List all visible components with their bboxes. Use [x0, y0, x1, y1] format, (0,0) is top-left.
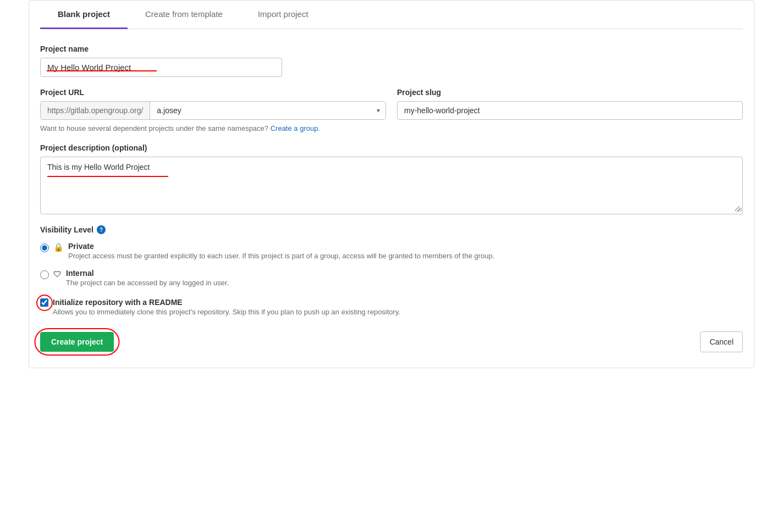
visibility-private-radio[interactable] — [40, 243, 49, 252]
namespace-helper-text: Want to house several dependent projects… — [40, 124, 268, 132]
init-repo-label: Initialize repository with a README — [53, 298, 400, 307]
project-url-input-group: https://gitlab.opengroup.org/ a.josey ▾ — [40, 101, 386, 120]
tab-create-from-template[interactable]: Create from template — [128, 1, 240, 29]
shield-icon: 🛡 — [53, 269, 62, 279]
project-name-label: Project name — [40, 45, 743, 53]
visibility-label-row: Visibility Level ? — [40, 225, 743, 234]
init-repo-desc: Allows you to immediately clone this pro… — [53, 308, 400, 316]
url-prefix: https://gitlab.opengroup.org/ — [41, 102, 150, 119]
project-description-label: Project description (optional) — [40, 143, 743, 152]
project-name-section: Project name — [40, 45, 743, 77]
visibility-private-option: 🔒 Private Project access must be granted… — [40, 242, 743, 260]
project-slug-input[interactable] — [397, 101, 743, 120]
project-name-container — [40, 58, 282, 77]
visibility-private-desc: Project access must be granted explicitl… — [68, 252, 494, 260]
create-btn-wrapper: Create project — [40, 332, 114, 352]
visibility-help-icon[interactable]: ? — [97, 225, 106, 234]
init-repo-checkbox-wrapper — [40, 298, 48, 307]
visibility-private-label: Private — [68, 242, 494, 251]
lock-icon: 🔒 — [53, 242, 64, 252]
init-repo-checkbox[interactable] — [40, 298, 48, 307]
description-textarea-container: This is my Hello World Project — [40, 157, 743, 214]
visibility-internal-radio[interactable] — [40, 270, 49, 279]
visibility-internal-option: 🛡 Internal The project can be accessed b… — [40, 269, 743, 287]
namespace-select-wrapper: a.josey ▾ — [150, 102, 385, 119]
visibility-internal-content: Internal The project can be accessed by … — [66, 269, 229, 287]
visibility-internal-desc: The project can be accessed by any logge… — [66, 279, 229, 287]
tab-import-project[interactable]: Import project — [240, 1, 326, 29]
project-url-label: Project URL — [40, 88, 386, 97]
namespace-select[interactable]: a.josey — [150, 102, 385, 119]
tab-bar: Blank project Create from template Impor… — [40, 1, 743, 29]
project-name-input[interactable] — [40, 58, 282, 77]
cancel-button[interactable]: Cancel — [700, 331, 743, 352]
init-repo-content: Initialize repository with a README Allo… — [53, 298, 400, 316]
init-repo-section: Initialize repository with a README Allo… — [40, 298, 743, 316]
visibility-label: Visibility Level — [40, 225, 93, 234]
url-slug-row: Project URL https://gitlab.opengroup.org… — [40, 88, 743, 120]
project-slug-section: Project slug — [397, 88, 743, 120]
project-slug-label: Project slug — [397, 88, 743, 97]
namespace-helper: Want to house several dependent projects… — [40, 124, 743, 132]
visibility-section: Visibility Level ? 🔒 Private Project acc… — [40, 225, 743, 287]
create-project-button[interactable]: Create project — [40, 332, 114, 352]
project-url-section: Project URL https://gitlab.opengroup.org… — [40, 88, 386, 120]
visibility-private-content: Private Project access must be granted e… — [68, 242, 494, 260]
visibility-internal-label: Internal — [66, 269, 229, 278]
footer-row: Create project Cancel — [40, 331, 743, 352]
project-description-section: Project description (optional) This is m… — [40, 143, 743, 214]
project-description-input[interactable]: This is my Hello World Project — [41, 157, 742, 212]
create-group-link[interactable]: Create a group. — [271, 124, 320, 132]
init-repo-row: Initialize repository with a README Allo… — [40, 298, 743, 316]
tab-blank-project[interactable]: Blank project — [40, 1, 128, 29]
